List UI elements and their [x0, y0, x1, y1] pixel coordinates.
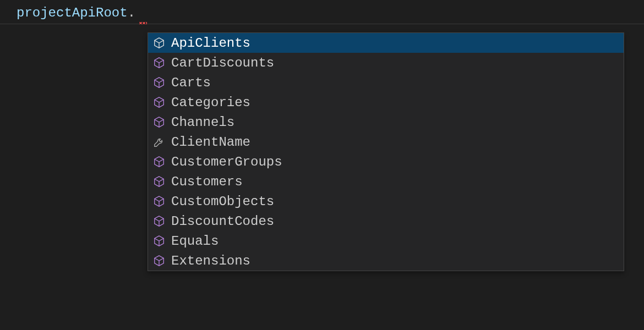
error-squiggle [139, 22, 147, 24]
cube-icon [152, 155, 166, 168]
suggestion-label: Equals [171, 234, 219, 249]
suggestion-label: Extensions [171, 254, 250, 268]
cube-icon [152, 56, 166, 69]
code-line[interactable]: projectApiRoot. [0, 0, 644, 24]
suggestion-item[interactable]: Extensions [148, 251, 624, 271]
suggestion-item[interactable]: ClientName [148, 132, 624, 152]
dot-token: . [128, 6, 135, 20]
suggestion-label: DiscountCodes [171, 214, 274, 229]
suggestion-label: CustomObjects [171, 194, 274, 209]
wrench-icon [152, 135, 166, 148]
suggestion-label: ClientName [171, 135, 250, 150]
suggestion-label: Channels [171, 115, 234, 130]
cube-icon [152, 195, 166, 208]
cube-icon [152, 76, 166, 89]
cube-icon [152, 234, 166, 248]
suggestion-label: Carts [171, 75, 211, 90]
suggestion-item[interactable]: Channels [148, 112, 624, 132]
suggestion-item[interactable]: Equals [148, 231, 624, 251]
suggestion-item[interactable]: ApiClients [148, 33, 624, 53]
suggestion-item[interactable]: Carts [148, 73, 624, 92]
suggestion-label: ApiClients [171, 36, 250, 51]
cube-icon [152, 215, 166, 228]
autocomplete-popup[interactable]: ApiClientsCartDiscountsCartsCategoriesCh… [148, 32, 624, 271]
cube-icon [152, 96, 166, 109]
cube-icon [152, 116, 166, 129]
suggestion-item[interactable]: DiscountCodes [148, 211, 624, 231]
suggestion-item[interactable]: CartDiscounts [148, 53, 624, 73]
cube-icon [152, 175, 166, 188]
suggestion-item[interactable]: Categories [148, 92, 624, 112]
suggestion-label: CartDiscounts [171, 56, 274, 70]
suggestion-label: Customers [171, 174, 243, 189]
suggestion-item[interactable]: Customers [148, 172, 624, 191]
suggestion-label: CustomerGroups [171, 155, 282, 169]
cube-icon [152, 36, 166, 50]
suggestion-item[interactable]: CustomerGroups [148, 152, 624, 172]
suggestion-item[interactable]: CustomObjects [148, 191, 624, 211]
identifier-token: projectApiRoot [17, 6, 128, 20]
suggestion-label: Categories [171, 95, 250, 110]
cube-icon [152, 254, 166, 267]
